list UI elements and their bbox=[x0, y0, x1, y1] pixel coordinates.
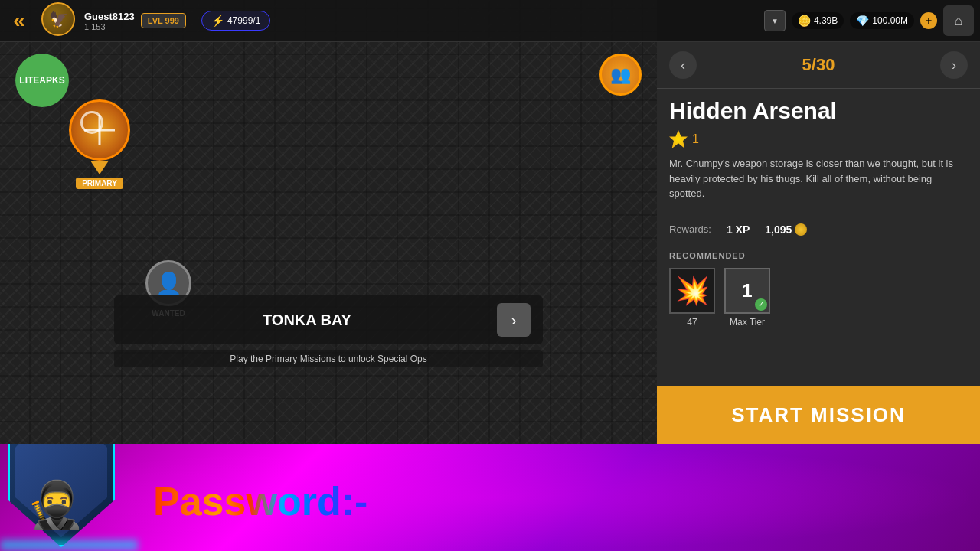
panel-nav: ‹ 5/30 › bbox=[657, 42, 980, 89]
mascot-wrap: 🥷 bbox=[0, 444, 138, 551]
mission-title: Hidden Arsenal bbox=[657, 89, 980, 127]
rec-items: 47 1 ✓ Max Tier bbox=[669, 268, 968, 328]
recommended-section: RECOMMENDED 47 1 ✓ Max Tier bbox=[657, 245, 980, 337]
crosshair-icon bbox=[80, 111, 119, 149]
reward-coins-value: 1,095 bbox=[765, 223, 792, 236]
start-mission-button[interactable]: START MISSION bbox=[657, 386, 980, 444]
player-score: 1,153 bbox=[84, 22, 135, 31]
rec-value-2: Max Tier bbox=[730, 317, 765, 328]
coin-icon-sm bbox=[795, 223, 807, 236]
gem-currency: 💎 100.00M bbox=[850, 12, 914, 29]
marker-pointer bbox=[90, 161, 109, 174]
add-currency-button[interactable]: + bbox=[920, 12, 937, 29]
primary-marker[interactable]: PRIMARY bbox=[69, 99, 130, 189]
coin-icon: 🪙 bbox=[798, 15, 811, 27]
cyan-glow bbox=[0, 540, 138, 551]
map-area: LITEAPKS PRIMARY 👥 👤 WANTED TONKA BAY › … bbox=[0, 0, 657, 444]
rec-item-1: 47 bbox=[669, 268, 715, 328]
crosshair-circle bbox=[69, 99, 130, 161]
player-name: Guest8123 bbox=[84, 11, 135, 22]
explosion-icon bbox=[675, 274, 709, 308]
tier-check-icon: ✓ bbox=[755, 298, 767, 311]
crosshair-ring bbox=[80, 111, 103, 134]
player-info: Guest8123 1,153 bbox=[84, 11, 135, 31]
dropdown-button[interactable]: ▼ bbox=[764, 10, 786, 31]
rec-value-1: 47 bbox=[687, 317, 697, 328]
location-name: TONKA BAY bbox=[126, 311, 488, 329]
bottom-section: 🥷 Password:- bbox=[0, 444, 980, 551]
avatar[interactable]: 🦅 bbox=[41, 2, 78, 39]
prev-mission-button[interactable]: ‹ bbox=[669, 51, 697, 79]
reward-coins: 1,095 bbox=[765, 223, 807, 236]
avatar-circle: 🦅 bbox=[41, 2, 75, 36]
mission-energy: 1 bbox=[657, 127, 980, 156]
energy-bar[interactable]: ⚡ 47999/1 bbox=[201, 11, 270, 31]
rec-box-tier: 1 ✓ bbox=[724, 268, 770, 314]
mission-description: Mr. Chumpy's weapon storage is closer th… bbox=[657, 156, 980, 214]
rec-box-1 bbox=[669, 268, 715, 314]
password-text: Password:- bbox=[153, 478, 368, 524]
map-background bbox=[0, 0, 657, 444]
location-bar: TONKA BAY › bbox=[114, 295, 543, 344]
rec-item-2: 1 ✓ Max Tier bbox=[724, 268, 770, 328]
avatar-icon: 🦅 bbox=[49, 10, 68, 28]
energy-icon bbox=[669, 130, 688, 148]
energy-value: 47999/1 bbox=[227, 15, 260, 26]
top-right-section: ▼ 🪙 4.39B 💎 100.00M + ⌂ bbox=[764, 5, 980, 36]
level-badge: LVL 999 bbox=[141, 13, 186, 28]
right-panel: ‹ 5/30 › Hidden Arsenal 1 Mr. Chumpy's w… bbox=[657, 42, 980, 444]
lightning-icon: ⚡ bbox=[211, 15, 224, 27]
reward-xp: 1 XP bbox=[727, 223, 750, 236]
tier-number: 1 bbox=[742, 280, 752, 302]
back-button[interactable]: « bbox=[0, 0, 38, 42]
recommended-label: RECOMMENDED bbox=[669, 251, 968, 260]
gem-value: 100.00M bbox=[872, 15, 908, 26]
top-bar: « 🦅 Guest8123 1,153 LVL 999 ⚡ 47999/1 ▼ … bbox=[0, 0, 980, 42]
next-location-button[interactable]: › bbox=[497, 303, 531, 337]
location-subtitle: Play the Primary Missions to unlock Spec… bbox=[114, 350, 543, 367]
squad-button[interactable]: 👥 bbox=[599, 54, 642, 96]
rewards-row: Rewards: 1 XP 1,095 bbox=[657, 214, 980, 245]
liteapks-badge: LITEAPKS bbox=[15, 54, 69, 107]
gem-icon: 💎 bbox=[856, 15, 869, 27]
gold-currency: 🪙 4.39B bbox=[792, 12, 844, 29]
gold-value: 4.39B bbox=[814, 15, 838, 26]
primary-label: PRIMARY bbox=[76, 178, 123, 189]
next-mission-button[interactable]: › bbox=[940, 51, 968, 79]
mascot-figure: 🥷 bbox=[27, 482, 84, 528]
rewards-label: Rewards: bbox=[669, 223, 711, 235]
mission-counter: 5/30 bbox=[802, 55, 835, 75]
energy-cost: 1 bbox=[692, 132, 699, 146]
home-button[interactable]: ⌂ bbox=[943, 5, 974, 36]
